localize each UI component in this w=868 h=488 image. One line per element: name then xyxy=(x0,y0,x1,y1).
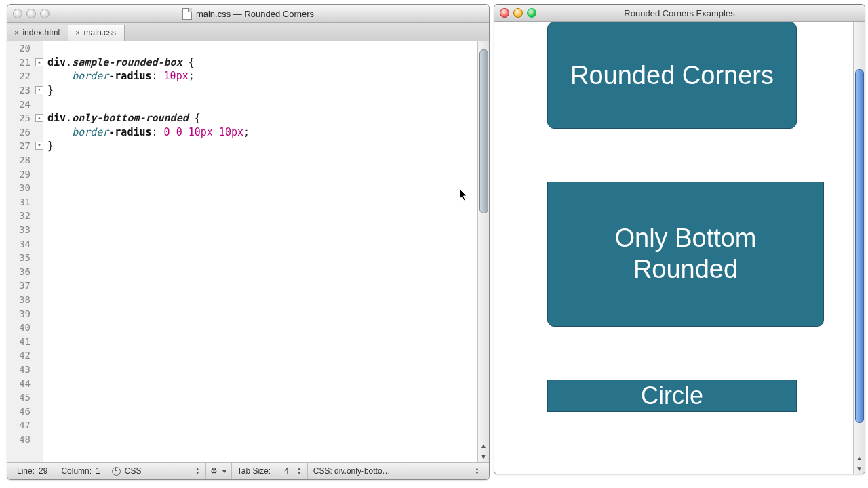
editor-window: main.css — Rounded Corners × index.html … xyxy=(7,4,490,480)
tab-label: index.html xyxy=(22,28,60,37)
stepper-icon[interactable]: ▲▼ xyxy=(297,467,302,475)
sample-rounded-box: Rounded Corners xyxy=(547,22,797,129)
line-number: 20 xyxy=(7,41,43,56)
editor-titlebar: main.css — Rounded Corners xyxy=(7,5,489,23)
scroll-down-arrow-icon[interactable]: ▼ xyxy=(854,463,865,474)
line-number: 37 xyxy=(7,279,43,293)
status-language[interactable]: CSS ▲▼ xyxy=(106,463,206,479)
line-number: 25 xyxy=(7,111,43,125)
editor-vertical-scrollbar[interactable]: ▲ ▼ xyxy=(477,41,489,462)
line-number: 31 xyxy=(7,195,43,209)
line-number: 46 xyxy=(7,404,43,418)
line-number: 36 xyxy=(7,265,43,279)
status-gear[interactable]: ⚙ xyxy=(206,463,232,479)
line-number: 42 xyxy=(7,348,43,363)
close-icon[interactable]: × xyxy=(75,28,79,37)
line-number: 21 xyxy=(7,56,43,70)
editor-window-title: main.css — Rounded Corners xyxy=(7,8,489,20)
browser-titlebar: Rounded Corners Examples xyxy=(494,5,865,22)
line-number: 30 xyxy=(7,181,43,195)
gear-icon: ⚙ xyxy=(210,466,218,476)
browser-viewport[interactable]: Rounded Corners Only Bottom Rounded Circ… xyxy=(494,22,865,474)
editor-statusbar: Line: 29 Column: 1 CSS ▲▼ ⚙ Tab Size: 4 xyxy=(7,462,489,479)
editor-window-title-text: main.css — Rounded Corners xyxy=(196,9,314,19)
line-number: 40 xyxy=(7,321,43,335)
sample-circle-box: Circle xyxy=(547,380,797,412)
browser-window: Rounded Corners Examples Rounded Corners… xyxy=(494,4,865,474)
status-tabsize[interactable]: Tab Size: 4 ▲▼ xyxy=(232,463,308,479)
browser-window-title: Rounded Corners Examples xyxy=(494,8,865,18)
line-number: 41 xyxy=(7,334,43,348)
status-scope[interactable]: CSS: div.only-botto… ▲▼ xyxy=(308,463,485,479)
line-number: 24 xyxy=(7,97,43,111)
line-number: 32 xyxy=(7,209,43,223)
scroll-up-arrow-icon[interactable]: ▲ xyxy=(478,440,489,451)
clock-icon xyxy=(112,467,121,476)
editor-body: 2021222324252627282930313233343536373839… xyxy=(7,41,489,462)
tab-index-html[interactable]: × index.html xyxy=(7,25,68,41)
line-number: 39 xyxy=(7,306,43,321)
code-fold-toggle[interactable] xyxy=(35,114,43,122)
line-number: 28 xyxy=(7,153,43,167)
line-number: 43 xyxy=(7,363,43,377)
line-number: 35 xyxy=(7,251,43,265)
code-fold-toggle[interactable] xyxy=(35,86,43,94)
scroll-down-arrow-icon[interactable]: ▼ xyxy=(478,451,489,462)
file-icon xyxy=(182,8,192,20)
line-number: 22 xyxy=(7,69,43,83)
line-number: 27 xyxy=(7,139,43,153)
editor-tabbar: × index.html × main.css xyxy=(7,23,489,41)
code-fold-toggle[interactable] xyxy=(35,142,43,150)
chevron-down-icon xyxy=(222,470,227,473)
scrollbar-thumb[interactable] xyxy=(479,49,488,214)
close-icon[interactable]: × xyxy=(14,28,18,37)
line-number: 33 xyxy=(7,223,43,237)
line-number: 48 xyxy=(7,432,43,447)
line-number: 23 xyxy=(7,83,43,98)
tab-label: main.css xyxy=(84,28,116,37)
status-line-col[interactable]: Line: 29 Column: 1 xyxy=(12,463,106,479)
sample-only-bottom-rounded-box: Only Bottom Rounded xyxy=(547,182,824,327)
line-number: 47 xyxy=(7,418,43,432)
line-number-gutter: 2021222324252627282930313233343536373839… xyxy=(7,41,43,462)
line-number: 34 xyxy=(7,237,43,251)
line-number: 38 xyxy=(7,293,43,307)
stepper-icon[interactable]: ▲▼ xyxy=(475,467,479,475)
scrollbar-thumb[interactable] xyxy=(855,69,864,423)
line-number: 29 xyxy=(7,167,43,181)
tab-main-css[interactable]: × main.css xyxy=(68,25,125,41)
code-area[interactable]: div.sample-rounded-box { border-radius: … xyxy=(43,41,489,462)
scroll-up-arrow-icon[interactable]: ▲ xyxy=(854,452,865,463)
line-number: 26 xyxy=(7,125,43,140)
browser-vertical-scrollbar[interactable]: ▲ ▼ xyxy=(853,22,865,474)
line-number: 44 xyxy=(7,376,43,390)
code-fold-toggle[interactable] xyxy=(35,58,43,66)
line-number: 45 xyxy=(7,390,43,405)
stepper-icon[interactable]: ▲▼ xyxy=(195,467,200,475)
